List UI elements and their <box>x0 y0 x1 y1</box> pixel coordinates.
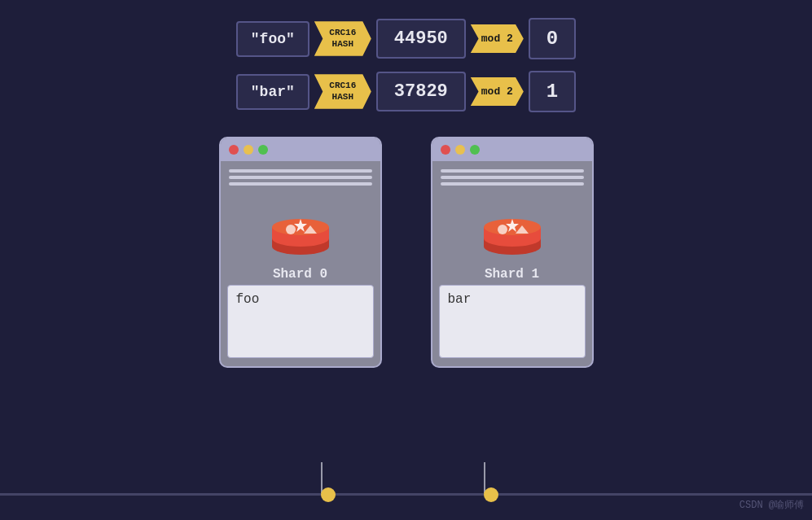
shard-0-container: Shard 0 foo <box>219 137 382 368</box>
crc16-hash-bar: CRC16HASH <box>314 74 371 108</box>
svg-point-6 <box>286 225 296 234</box>
dot-red-0 <box>229 145 239 155</box>
watermark: CSDN @喻师傅 <box>740 498 804 512</box>
dot-red-1 <box>441 145 450 155</box>
dot-green-1 <box>470 145 480 155</box>
shard-1-titlebar <box>432 138 592 161</box>
menu-line <box>441 182 584 186</box>
shard-1-container: Shard 1 bar <box>431 137 594 368</box>
shard-0-window: Shard 0 foo <box>219 137 382 368</box>
result-foo: 0 <box>529 18 576 59</box>
timeline-dot-1 <box>484 487 498 502</box>
hash-value-foo: 44950 <box>376 19 466 59</box>
key-bar: "bar" <box>236 74 309 110</box>
shard-0-data: foo <box>227 285 374 358</box>
hash-rows: "foo" CRC16HASH 44950 mod 2 0 "bar" CRC1… <box>236 18 576 112</box>
shard-0-label: Shard 0 <box>273 267 327 282</box>
redis-icon-1 <box>480 199 545 256</box>
dot-green-0 <box>258 145 268 155</box>
mod-foo: mod 2 <box>471 24 524 53</box>
menu-line <box>441 176 584 179</box>
hash-value-bar: 37829 <box>376 72 466 111</box>
menu-line <box>441 169 584 173</box>
svg-point-14 <box>498 225 507 234</box>
main-container: "foo" CRC16HASH 44950 mod 2 0 "bar" CRC1… <box>0 0 812 520</box>
mod-bar: mod 2 <box>471 77 524 106</box>
hash-row-foo: "foo" CRC16HASH 44950 mod 2 0 <box>236 18 576 59</box>
shard-1-label: Shard 1 <box>485 267 539 282</box>
shard-0-titlebar <box>221 138 380 161</box>
menu-line <box>229 182 372 186</box>
crc16-hash-foo: CRC16HASH <box>314 21 371 55</box>
menu-lines-1 <box>441 169 584 189</box>
key-foo: "foo" <box>236 21 309 57</box>
result-bar: 1 <box>529 71 576 112</box>
menu-line <box>229 169 372 173</box>
dot-yellow-0 <box>244 145 253 155</box>
timeline-dot-0 <box>321 487 336 502</box>
shard-0-content: Shard 0 foo <box>221 161 380 366</box>
shard-1-window: Shard 1 bar <box>431 137 594 368</box>
shards-section: Shard 0 foo <box>219 137 594 368</box>
redis-icon-0 <box>268 199 333 256</box>
hash-row-bar: "bar" CRC16HASH 37829 mod 2 1 <box>236 71 576 112</box>
shard-1-data: bar <box>439 285 586 358</box>
dot-yellow-1 <box>455 145 465 155</box>
menu-lines-0 <box>229 169 372 189</box>
shard-1-content: Shard 1 bar <box>432 161 592 366</box>
menu-line <box>229 176 372 179</box>
timeline <box>0 493 812 496</box>
